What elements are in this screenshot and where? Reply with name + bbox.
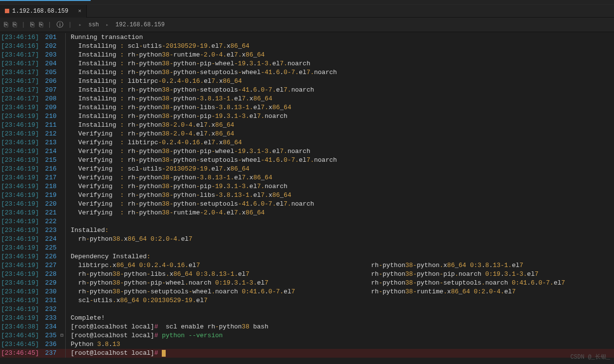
line-content: Verifying : scl-utils-20130529-19.el7.x8… — [71, 165, 249, 173]
fold-icon — [58, 59, 65, 68]
line-content: [root@localhost local]# — [71, 349, 166, 358]
timestamp: [23:46:38] — [0, 323, 39, 331]
timestamp: [23:46:19] — [0, 200, 39, 209]
line-number: 225 — [39, 244, 58, 252]
breadcrumb-host[interactable]: 192.168.68.159 — [115, 21, 165, 28]
fold-icon — [58, 182, 65, 191]
fold-icon[interactable]: ⊟ — [58, 331, 65, 340]
gutter-divider — [65, 279, 66, 287]
line-number: 207 — [39, 86, 58, 95]
toolbar-icon-4[interactable]: ⎘ — [39, 21, 43, 29]
fold-icon — [58, 130, 65, 138]
tab-active-indicator — [0, 0, 91, 1]
gutter-divider — [65, 59, 66, 68]
fold-icon — [58, 340, 65, 349]
gutter-divider — [65, 130, 66, 138]
timestamp: [23:46:19] — [0, 138, 39, 147]
terminal-line: [23:46:19]214 Verifying : rh-python38-py… — [0, 147, 614, 156]
fold-icon — [58, 270, 65, 279]
toolbar-icon-1[interactable]: ⎘ — [4, 21, 8, 29]
toolbar-separator: | — [68, 21, 72, 28]
gutter-divider — [65, 287, 66, 296]
fold-icon — [58, 138, 65, 147]
line-number: 222 — [39, 217, 58, 226]
line-number: 204 — [39, 59, 58, 68]
fold-icon — [58, 296, 65, 305]
line-number: 217 — [39, 173, 58, 182]
breadcrumb-protocol[interactable]: ssh — [88, 21, 99, 28]
line-content: Installing : rh-python38-python-libs-3.8… — [71, 103, 291, 112]
timestamp: [23:46:45] — [0, 349, 39, 358]
terminal-line: [23:46:19]219 Verifying : rh-python38-py… — [0, 191, 614, 200]
fold-icon — [58, 261, 65, 270]
terminal-line: [23:46:19]215 Verifying : rh-python38-py… — [0, 156, 614, 165]
line-content: rh-python38.x86_64 0:2.0-4.el7 — [71, 235, 192, 244]
gutter-divider — [65, 235, 66, 244]
fold-icon — [58, 77, 65, 86]
gutter-divider — [65, 191, 66, 200]
gutter-divider — [65, 147, 66, 156]
line-number: 211 — [39, 121, 58, 130]
toolbar-icon-2[interactable]: ⎘ — [13, 21, 17, 29]
watermark: CSDN @_长银_ — [570, 353, 610, 361]
terminal-line: [23:46:19]218 Verifying : rh-python38-py… — [0, 182, 614, 191]
gutter-divider — [65, 323, 66, 331]
line-content: Installed: — [71, 226, 109, 235]
line-number: 205 — [39, 68, 58, 77]
line-content: Installing : scl-utils-20130529-19.el7.x… — [71, 42, 249, 51]
gutter-divider — [65, 95, 66, 103]
terminal-line: [23:46:17]206 Installing : libtirpc-0.2.… — [0, 77, 614, 86]
terminal-line: [23:46:45]235⊟[root@localhost local]# py… — [0, 331, 614, 340]
info-icon[interactable]: ⓘ — [57, 20, 63, 29]
line-number: 231 — [39, 296, 58, 305]
toolbar-icon-3[interactable]: ⎘ — [30, 21, 34, 29]
terminal-line: [23:46:19]220 Verifying : rh-python38-py… — [0, 200, 614, 209]
gutter-divider — [65, 252, 66, 261]
tab-marker-icon — [5, 9, 9, 13]
fold-icon — [58, 287, 65, 296]
gutter-divider — [65, 305, 66, 314]
timestamp: [23:46:19] — [0, 165, 39, 173]
line-content: Verifying : rh-python38-2.0-4.el7.x86_64 — [71, 130, 234, 138]
terminal-line: [23:46:19]223Installed: — [0, 226, 614, 235]
fold-icon — [58, 95, 65, 103]
terminal-line: [23:46:16]201Running transaction — [0, 33, 614, 42]
line-number: 215 — [39, 156, 58, 165]
line-number: 226 — [39, 252, 58, 261]
line-content: [root@localhost local]# scl enable rh-py… — [71, 323, 269, 331]
timestamp: [23:46:19] — [0, 173, 39, 182]
line-content: Complete! — [71, 314, 105, 323]
terminal-line: [23:46:17]205 Installing : rh-python38-p… — [0, 68, 614, 77]
line-number: 227 — [39, 261, 58, 270]
line-number: 223 — [39, 226, 58, 235]
session-tab[interactable]: 1.192.168.68.159 × — [0, 5, 87, 18]
gutter-divider — [65, 138, 66, 147]
timestamp: [23:46:19] — [0, 130, 39, 138]
tab-bar: 1.192.168.68.159 × — [0, 5, 614, 18]
fold-icon — [58, 191, 65, 200]
fold-icon — [58, 33, 65, 42]
gutter-divider — [65, 86, 66, 95]
timestamp: [23:46:17] — [0, 51, 39, 59]
timestamp: [23:46:19] — [0, 103, 39, 112]
fold-icon — [58, 305, 65, 314]
fold-icon — [58, 209, 65, 217]
close-icon[interactable]: × — [78, 8, 81, 14]
terminal-line: [23:46:19]209 Installing : rh-python38-p… — [0, 103, 614, 112]
gutter-divider — [65, 200, 66, 209]
timestamp: [23:46:19] — [0, 147, 39, 156]
timestamp: [23:46:19] — [0, 235, 39, 244]
line-content: Installing : libtirpc-0.2.4-0.16.el7.x86… — [71, 77, 242, 86]
line-content: Installing : rh-python38-2.0-4.el7.x86_6… — [71, 121, 234, 130]
fold-icon — [58, 165, 65, 173]
fold-icon — [58, 226, 65, 235]
line-content: Running transaction — [71, 33, 143, 42]
line-content: rh-python38-python-libs.x86_64 0:3.8.13-… — [71, 270, 538, 279]
terminal-line: [23:46:45]236Python 3.8.13 — [0, 340, 614, 349]
terminal-line: [23:46:19]212 Verifying : rh-python38-2.… — [0, 130, 614, 138]
terminal-output[interactable]: [23:46:16]201Running transaction[23:46:1… — [0, 32, 614, 364]
timestamp: [23:46:19] — [0, 182, 39, 191]
window-top-bar — [0, 0, 614, 5]
line-content: Installing : rh-python38-python-3.8.13-1… — [71, 95, 272, 103]
cursor — [162, 350, 166, 357]
